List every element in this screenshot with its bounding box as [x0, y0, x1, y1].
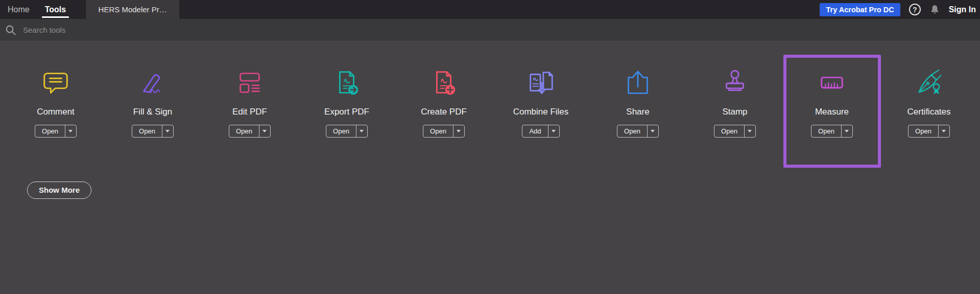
topbar-right-cluster: Try Acrobat Pro DC Sign In: [820, 0, 980, 19]
tool-label: Fill & Sign: [104, 107, 201, 117]
tool-tile[interactable]: Export PDF Open: [298, 53, 395, 168]
tool-tile[interactable]: Combine Files Add: [492, 53, 589, 168]
tool-label: Certificates: [880, 107, 977, 117]
stamp-icon: [719, 66, 751, 99]
tools-row: Comment Open Fill & Sign Open Edit PDF: [0, 53, 980, 168]
chevron-down-icon[interactable]: [162, 125, 173, 137]
chevron-down-icon[interactable]: [356, 125, 367, 137]
search-icon: [5, 24, 17, 36]
tab-home[interactable]: Home: [0, 0, 37, 19]
tool-tile-highlighted[interactable]: Measure Open: [783, 53, 880, 168]
tool-label: Measure: [783, 107, 880, 117]
chevron-down-icon[interactable]: [648, 125, 658, 137]
chevron-down-icon[interactable]: [65, 125, 76, 137]
chevron-down-icon[interactable]: [259, 125, 270, 137]
open-button-label[interactable]: Open: [423, 125, 453, 137]
create-pdf-icon: [427, 66, 460, 99]
open-button-label[interactable]: Open: [229, 125, 259, 137]
open-button[interactable]: Open: [326, 125, 368, 138]
open-button-label[interactable]: Add: [522, 125, 548, 137]
signature-pen-icon: [136, 66, 169, 99]
sign-in-button[interactable]: Sign In: [949, 5, 976, 14]
open-button[interactable]: Open: [229, 125, 271, 138]
tab-tools[interactable]: Tools: [37, 0, 74, 19]
open-button-label[interactable]: Open: [617, 125, 648, 137]
chevron-down-icon[interactable]: [548, 125, 559, 137]
tool-label: Create PDF: [395, 107, 492, 117]
notifications-bell-icon[interactable]: [929, 4, 940, 15]
tool-label: Comment: [7, 107, 104, 117]
open-button-label[interactable]: Open: [35, 125, 65, 137]
open-button-label[interactable]: Open: [326, 125, 356, 137]
document-tab[interactable]: HERS Modeler Pr…: [86, 0, 179, 19]
open-button[interactable]: Add: [522, 125, 559, 138]
ruler-icon: [816, 66, 848, 99]
tool-label: Export PDF: [298, 107, 395, 117]
show-more-button[interactable]: Show More: [27, 182, 91, 199]
open-button[interactable]: Open: [132, 125, 174, 138]
chevron-down-icon[interactable]: [842, 125, 852, 137]
tool-tile[interactable]: Edit PDF Open: [201, 53, 298, 168]
open-button-label[interactable]: Open: [811, 125, 842, 137]
chevron-down-icon[interactable]: [453, 125, 464, 137]
open-button[interactable]: Open: [714, 125, 756, 138]
tool-label: Stamp: [686, 107, 783, 117]
help-icon[interactable]: [909, 4, 921, 15]
open-button[interactable]: Open: [423, 125, 465, 138]
open-button[interactable]: Open: [617, 125, 659, 138]
combine-files-icon: [524, 66, 557, 99]
edit-blocks-icon: [233, 66, 266, 99]
open-button-label[interactable]: Open: [909, 125, 939, 137]
try-acrobat-pro-button[interactable]: Try Acrobat Pro DC: [820, 3, 900, 16]
open-button[interactable]: Open: [908, 125, 950, 138]
chevron-down-icon[interactable]: [939, 125, 949, 137]
chevron-down-icon[interactable]: [745, 125, 755, 137]
export-pdf-icon: [330, 66, 363, 99]
tool-tile[interactable]: Certificates Open: [880, 53, 977, 168]
tool-label: Edit PDF: [201, 107, 298, 117]
tool-tile[interactable]: Create PDF Open: [395, 53, 492, 168]
open-button-label[interactable]: Open: [714, 125, 745, 137]
open-button-label[interactable]: Open: [132, 125, 162, 137]
tool-label: Share: [589, 107, 686, 117]
open-button[interactable]: Open: [35, 125, 77, 138]
tool-tile[interactable]: Share Open: [589, 53, 686, 168]
comment-bubble-icon: [39, 66, 72, 99]
tool-tile[interactable]: Comment Open: [7, 53, 104, 168]
top-bar: Home Tools HERS Modeler Pr… Try Acrobat …: [0, 0, 980, 19]
certificate-pen-icon: [913, 66, 945, 99]
search-bar: [0, 19, 980, 41]
share-arrow-icon: [622, 66, 654, 99]
tool-tile[interactable]: Fill & Sign Open: [104, 53, 201, 168]
tool-tile[interactable]: Stamp Open: [686, 53, 783, 168]
open-button[interactable]: Open: [811, 125, 853, 138]
search-input[interactable]: [23, 26, 237, 34]
tool-label: Combine Files: [492, 107, 589, 117]
